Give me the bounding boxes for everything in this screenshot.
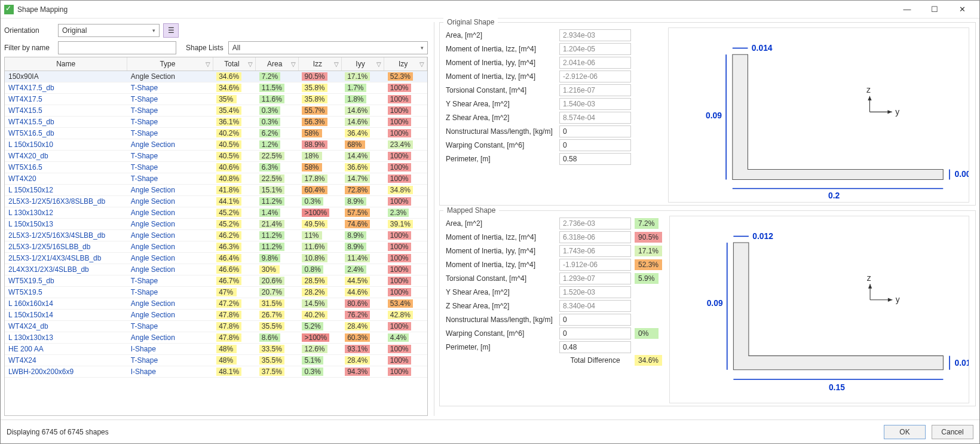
filter-icon[interactable]: ▽ xyxy=(334,61,339,68)
property-value[interactable]: 0 xyxy=(559,314,631,326)
table-row[interactable]: WT5X16.5T-Shape40.6%6.3%58%36.6%100% xyxy=(5,162,427,173)
property-label: Moment of Inertia, Izy, [m^4] xyxy=(446,261,559,269)
svg-text:0.012: 0.012 xyxy=(752,231,773,241)
table-row[interactable]: 150x90IAAngle Section34.6%7.2%90.5%17.1%… xyxy=(5,71,427,82)
row-type: T-Shape xyxy=(127,275,213,287)
row-type: Angle Section xyxy=(127,207,213,219)
table-row[interactable]: 2L5X3-1/2X1/4X3/4SLBB_dbAngle Section46.… xyxy=(5,253,427,264)
row-name: L 150x150x12 xyxy=(5,185,127,196)
table-row[interactable]: 2L5X3-1/2X5/16X3/4SLBB_dbAngle Section46… xyxy=(5,230,427,241)
property-value[interactable]: 0 xyxy=(559,139,631,151)
property-value[interactable]: 0.48 xyxy=(559,341,631,353)
row-type: Angle Section xyxy=(127,264,213,275)
minimize-button[interactable]: — xyxy=(893,1,921,19)
columns-icon-button[interactable]: ☰ xyxy=(163,23,179,38)
table-row[interactable]: WT4X15.5_dbT-Shape36.1%0.3%56.3%14.6%100… xyxy=(5,117,427,128)
row-name: WT4X17.5_db xyxy=(5,82,127,94)
close-button[interactable]: ✕ xyxy=(948,1,976,19)
property-pct: 17.1% xyxy=(635,246,662,256)
table-row[interactable]: WT4X24T-Shape48%35.5%5.1%28.4%100% xyxy=(5,355,427,366)
property-value[interactable]: 0.58 xyxy=(559,153,631,165)
table-row[interactable]: 2L5X3-1/2X5/16X3/8SLBB_dbAngle Section44… xyxy=(5,196,427,207)
svg-text:0.012: 0.012 xyxy=(955,359,969,368)
svg-text:0.09: 0.09 xyxy=(706,111,722,120)
cancel-button[interactable]: Cancel xyxy=(932,425,973,439)
col-izz-header: Izz xyxy=(313,60,322,68)
property-row: Perimeter, [m]0.58 xyxy=(446,153,661,165)
property-value: 1.293e-07 xyxy=(559,272,631,284)
property-label: Torsional Constant, [m^4] xyxy=(446,274,559,283)
row-type: T-Shape xyxy=(127,117,213,128)
orientation-dropdown[interactable]: Original ▾ xyxy=(58,24,160,37)
property-label: Perimeter, [m] xyxy=(446,343,559,351)
property-label: Z Shear Area, [m^2] xyxy=(446,114,559,122)
row-type: T-Shape xyxy=(127,173,213,185)
row-type: Angle Section xyxy=(127,253,213,264)
col-izy-header: Izy xyxy=(399,60,408,68)
shape-lists-dropdown[interactable]: All ▾ xyxy=(228,41,428,54)
property-label: Torsional Constant, [m^4] xyxy=(446,86,559,94)
row-type: Angle Section xyxy=(127,241,213,253)
row-type: T-Shape xyxy=(127,151,213,162)
table-row[interactable]: HE 200 AAI-Shape48%33.5%12.6%93.1%100% xyxy=(5,344,427,355)
table-row[interactable]: L 150x150x10Angle Section40.5%1.2%88.9%6… xyxy=(5,139,427,151)
original-shape-title: Original Shape xyxy=(443,18,498,26)
filter-icon[interactable]: ▽ xyxy=(248,61,253,68)
filter-icon[interactable]: ▽ xyxy=(291,61,296,68)
table-row[interactable]: WT4X20_dbT-Shape40.5%22.5%18%14.4%100% xyxy=(5,151,427,162)
filter-icon[interactable]: ▽ xyxy=(376,61,381,68)
table-row[interactable]: L 150x150x14Angle Section47.8%26.7%40.2%… xyxy=(5,310,427,321)
row-name: WT5X16.5 xyxy=(5,162,127,173)
table-row[interactable]: WT4X17.5_dbT-Shape34.6%11.5%35.8%1.7%100… xyxy=(5,82,427,94)
property-value[interactable]: 0 xyxy=(559,125,631,137)
table-row[interactable]: WT4X24_dbT-Shape47.8%35.5%5.2%28.4%100% xyxy=(5,321,427,332)
property-label: Moment of Inertia, Iyy, [m^4] xyxy=(446,247,559,255)
property-row: Moment of Inertia, Izy, [m^4]-1.912e-065… xyxy=(446,259,662,271)
row-name: WT5X16.5_db xyxy=(5,128,127,139)
table-row[interactable]: L 130x130x13Angle Section47.8%8.6%>100%6… xyxy=(5,332,427,344)
table-row[interactable]: L 160x160x14Angle Section47.2%31.5%14.5%… xyxy=(5,298,427,310)
svg-text:0.09: 0.09 xyxy=(707,299,723,308)
row-name: 2L4X3X1/2X3/4SLBB_db xyxy=(5,264,127,275)
table-row[interactable]: L 150x150x12Angle Section41.8%15.1%60.4%… xyxy=(5,185,427,196)
table-row[interactable]: WT4X20T-Shape40.8%22.5%17.8%14.7%100% xyxy=(5,173,427,185)
row-name: 2L5X3-1/2X5/16SLBB_db xyxy=(5,241,127,253)
table-row[interactable]: L 130x130x12Angle Section45.2%1.4%>100%5… xyxy=(5,207,427,219)
property-label: Nonstructural Mass/length, [kg/m] xyxy=(446,316,559,324)
shapes-table-wrapper[interactable]: Name Type▽ Total▽ Area▽ Izz▽ Iyy▽ Izy▽ 1… xyxy=(4,57,428,416)
property-label: Warping Constant, [m^6] xyxy=(446,329,559,338)
table-row[interactable]: L 150x150x13Angle Section45.2%21.4%49.5%… xyxy=(5,219,427,230)
original-shape-diagram: z y 0.014 0.09 0.009 xyxy=(668,27,969,203)
ok-button[interactable]: OK xyxy=(884,425,926,439)
property-row: Perimeter, [m]0.48 xyxy=(446,341,662,353)
row-type: Angle Section xyxy=(127,310,213,321)
table-row[interactable]: WT4X15.5T-Shape35.4%0.3%55.7%14.6%100% xyxy=(5,105,427,117)
orientation-label: Orientation xyxy=(4,26,58,35)
property-row: Moment of Inertia, Iyy, [m^4]1.743e-0617… xyxy=(446,245,662,257)
row-type: Angle Section xyxy=(127,230,213,241)
maximize-button[interactable]: ☐ xyxy=(921,1,948,19)
row-name: WT5X19.5 xyxy=(5,287,127,298)
table-row[interactable]: WT5X16.5_dbT-Shape40.2%6.2%58%36.4%100% xyxy=(5,128,427,139)
property-row: Nonstructural Mass/length, [kg/m]0 xyxy=(446,314,662,326)
svg-text:0.009: 0.009 xyxy=(955,169,969,179)
row-name: L 150x150x13 xyxy=(5,219,127,230)
property-value: 2.041e-06 xyxy=(559,57,631,69)
row-name: WT4X24 xyxy=(5,355,127,366)
table-row[interactable]: WT5X19.5T-Shape47%20.7%28.2%44.6%100% xyxy=(5,287,427,298)
svg-marker-0 xyxy=(733,54,943,179)
property-row: Torsional Constant, [m^4]1.293e-075.9% xyxy=(446,272,662,284)
table-row[interactable]: WT5X19.5_dbT-Shape46.7%20.6%28.5%44.5%10… xyxy=(5,275,427,287)
filter-input[interactable] xyxy=(58,41,176,54)
table-row[interactable]: LWBH-200x200x6x9I-Shape48.1%37.5%0.3%94.… xyxy=(5,366,427,378)
table-row[interactable]: 2L4X3X1/2X3/4SLBB_dbAngle Section46.6%30… xyxy=(5,264,427,275)
property-value[interactable]: 0 xyxy=(559,327,631,339)
filter-icon[interactable]: ▽ xyxy=(206,61,210,68)
row-name: WT4X15.5_db xyxy=(5,117,127,128)
table-row[interactable]: WT4X17.5T-Shape35%11.6%35.8%1.8%100% xyxy=(5,94,427,105)
app-icon xyxy=(4,5,14,14)
filter-icon[interactable]: ▽ xyxy=(419,61,424,68)
property-value: 2.934e-03 xyxy=(559,29,631,41)
table-row[interactable]: 2L5X3-1/2X5/16SLBB_dbAngle Section46.3%1… xyxy=(5,241,427,253)
svg-text:z: z xyxy=(866,85,871,94)
